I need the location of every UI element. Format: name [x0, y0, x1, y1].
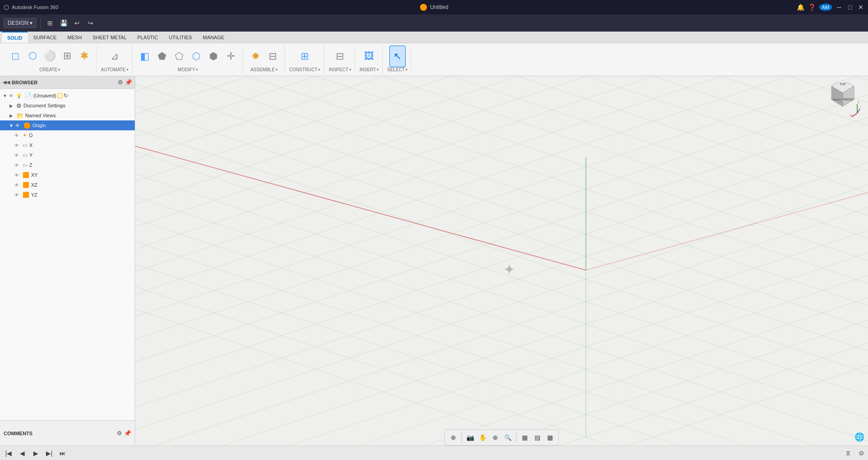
- tab-solid[interactable]: SOLID: [2, 32, 28, 43]
- origin-y-visibility-eye[interactable]: 👁: [14, 153, 21, 158]
- browser-item-doc-settings[interactable]: ▶ ⚙ Document Settings: [0, 101, 135, 110]
- automate-dropdown-arrow[interactable]: ▾: [127, 68, 128, 72]
- browser-item-origin-y[interactable]: 👁 ▭ Y: [0, 150, 135, 160]
- browser-settings-icon[interactable]: ⚙: [118, 79, 123, 86]
- origin-o-point-icon: ✦: [23, 132, 27, 138]
- view-cube[interactable]: TOP FRONT RIGHT Z X Y: [825, 82, 861, 118]
- user-avatar[interactable]: AM: [819, 4, 832, 11]
- root-visibility-eye[interactable]: 👁: [9, 93, 15, 98]
- playback-filter-button[interactable]: ⧖: [843, 448, 853, 458]
- origin-xy-visibility-eye[interactable]: 👁: [14, 173, 21, 178]
- ribbon-group-select: ↖ SELECT ▾: [384, 45, 411, 74]
- help-icon[interactable]: ❓: [808, 4, 816, 11]
- svg-text:Y: Y: [860, 106, 861, 109]
- comments-pin-icon[interactable]: 📌: [124, 430, 131, 437]
- maximize-button[interactable]: □: [846, 4, 854, 11]
- assemble-joint-button[interactable]: ⊟: [265, 46, 281, 67]
- modify-fillet-button[interactable]: ⬟: [154, 46, 170, 67]
- tab-surface[interactable]: SURFACE: [28, 32, 62, 43]
- browser-collapse-icon[interactable]: ◀◀: [3, 79, 10, 85]
- origin-o-label: O: [29, 133, 33, 138]
- modify-draft-button[interactable]: ⬢: [206, 46, 222, 67]
- create-pattern-button[interactable]: ⊞: [59, 46, 75, 67]
- insert-canvas-button[interactable]: 🖼: [361, 46, 377, 67]
- playback-settings-icon[interactable]: ⚙: [859, 450, 864, 457]
- inspect-items: ⊟: [332, 45, 348, 67]
- create-box-button[interactable]: ◻: [7, 46, 23, 67]
- playback-last-button[interactable]: ⏭: [58, 448, 68, 458]
- root-expand-arrow[interactable]: ▼: [2, 92, 8, 99]
- visual-style-btn[interactable]: ▤: [531, 432, 543, 443]
- modify-press-pull-button[interactable]: ◧: [137, 46, 153, 67]
- origin-expand-arrow[interactable]: ▼: [8, 122, 14, 129]
- redo-icon[interactable]: ↪: [85, 17, 96, 29]
- browser-item-origin-o[interactable]: 👁 ✦ O: [0, 130, 135, 140]
- design-dropdown-button[interactable]: DESIGN ▾: [4, 18, 37, 28]
- tab-sheet-metal[interactable]: SHEET METAL: [87, 32, 132, 43]
- grid-snap-btn[interactable]: ▦: [544, 432, 556, 443]
- minimize-button[interactable]: ─: [836, 4, 843, 11]
- origin-yz-visibility-eye[interactable]: 👁: [14, 193, 21, 198]
- select-dropdown-arrow[interactable]: ▾: [406, 68, 407, 72]
- tab-mesh[interactable]: MESH: [62, 32, 87, 43]
- browser-item-named-views[interactable]: ▶ 📁 Named Views: [0, 110, 135, 120]
- playback-next-button[interactable]: ▶|: [44, 448, 54, 458]
- origin-x-visibility-eye[interactable]: 👁: [14, 143, 21, 148]
- pan-icon-btn[interactable]: 📷: [464, 432, 476, 443]
- modify-dropdown-arrow[interactable]: ▾: [196, 68, 198, 72]
- origin-xz-visibility-eye[interactable]: 👁: [14, 183, 21, 188]
- home-icon[interactable]: ⊞: [44, 17, 56, 29]
- modify-shell-button[interactable]: ⬡: [188, 46, 205, 67]
- modify-move-button[interactable]: ✛: [223, 46, 239, 67]
- orbit-icon-btn[interactable]: ⊕: [448, 432, 459, 443]
- modify-chamfer-button[interactable]: ⬠: [171, 46, 187, 67]
- tab-manage[interactable]: MANAGE: [197, 32, 230, 43]
- browser-item-origin-xy[interactable]: 👁 🟧 XY: [0, 170, 135, 180]
- playback-play-button[interactable]: ▶: [31, 448, 41, 458]
- origin-visibility-eye[interactable]: 👁: [15, 123, 22, 128]
- hand-icon-btn[interactable]: ✋: [477, 432, 489, 443]
- playback-first-button[interactable]: |◀: [4, 448, 14, 458]
- zoom-fit-btn[interactable]: ⊕: [489, 432, 501, 443]
- browser-pin-icon[interactable]: 📌: [125, 79, 132, 86]
- assemble-new-component-button[interactable]: ✸: [247, 46, 264, 67]
- automate-button[interactable]: ⊿: [106, 46, 123, 67]
- svg-line-63: [852, 113, 857, 117]
- construct-offset-plane-button[interactable]: ⊞: [297, 46, 313, 67]
- assemble-dropdown-arrow[interactable]: ▾: [276, 68, 278, 72]
- create-sphere-button[interactable]: ⚪: [41, 46, 58, 67]
- origin-o-visibility-eye[interactable]: 👁: [14, 133, 21, 138]
- save-icon[interactable]: 💾: [58, 17, 69, 29]
- playback-prev-button[interactable]: ◀: [17, 448, 27, 458]
- zoom-icon-btn[interactable]: 🔍: [502, 432, 514, 443]
- construct-dropdown-arrow[interactable]: ▾: [318, 68, 320, 72]
- display-mode-btn[interactable]: ▦: [519, 432, 530, 443]
- browser-item-origin-z[interactable]: 👁 ▭ Z: [0, 160, 135, 170]
- browser-item-origin-x[interactable]: 👁 ▭ X: [0, 140, 135, 150]
- tab-plastic[interactable]: PLASTIC: [132, 32, 164, 43]
- insert-dropdown-arrow[interactable]: ▾: [377, 68, 379, 72]
- tab-utilities[interactable]: UTILITIES: [164, 32, 197, 43]
- inspect-dropdown-arrow[interactable]: ▾: [349, 68, 351, 72]
- doc-settings-expand-arrow[interactable]: ▶: [8, 102, 14, 109]
- comments-settings-icon[interactable]: ⚙: [117, 430, 122, 437]
- more-icon: ✱: [80, 51, 88, 61]
- undo-icon[interactable]: ↩: [71, 17, 83, 29]
- create-dropdown-arrow[interactable]: ▾: [58, 68, 60, 72]
- viewport-settings-corner[interactable]: 🌐: [854, 432, 864, 442]
- viewport[interactable]: TOP FRONT RIGHT Z X Y 🌐 ⊕ 📷 ✋: [135, 76, 868, 446]
- browser-item-root[interactable]: ▼ 👁 💡 📄 (Unsaved) ↻: [0, 91, 135, 101]
- close-button[interactable]: ✕: [857, 4, 864, 11]
- browser-item-origin[interactable]: ▼ 👁 🟠 Origin: [0, 120, 135, 130]
- origin-z-visibility-eye[interactable]: 👁: [14, 163, 21, 168]
- create-more-button[interactable]: ✱: [76, 46, 92, 67]
- select-button[interactable]: ↖: [389, 46, 406, 67]
- notification-icon[interactable]: 🔔: [797, 4, 804, 11]
- inspect-measure-button[interactable]: ⊟: [332, 46, 348, 67]
- browser-item-origin-yz[interactable]: 👁 🟧 YZ: [0, 190, 135, 200]
- create-cylinder-button[interactable]: ⬡: [24, 46, 41, 67]
- named-views-expand-arrow[interactable]: ▶: [8, 112, 14, 119]
- browser-item-origin-xz[interactable]: 👁 🟧 XZ: [0, 180, 135, 190]
- root-refresh-icon[interactable]: ↻: [64, 92, 68, 99]
- assemble-group-label: ASSEMBLE ▾: [251, 67, 278, 72]
